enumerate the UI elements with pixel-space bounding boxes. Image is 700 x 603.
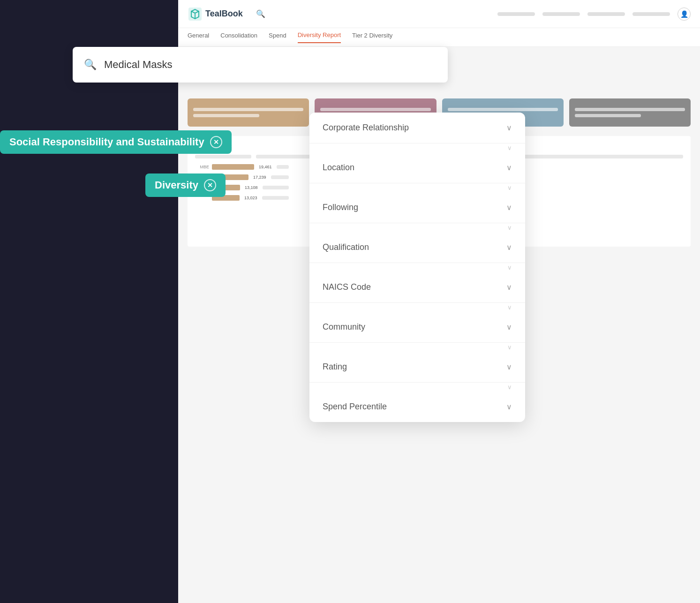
filter-label-corporate-relationship: Corporate Relationship	[323, 123, 409, 133]
chevron-down-icon: ∨	[507, 224, 512, 231]
user-avatar[interactable]: 👤	[677, 8, 691, 21]
filter-label-community: Community	[323, 322, 365, 332]
filter-item-spend-percentile[interactable]: Spend Percentile ∨	[309, 392, 525, 422]
filter-label-naics-code: NAICS Code	[323, 282, 371, 292]
chevron-down-icon: ∨	[507, 304, 512, 311]
tab-diversity-report[interactable]: Diversity Report	[298, 31, 341, 43]
filter-item-location[interactable]: Location ∨	[309, 152, 525, 183]
tag-diversity-remove-button[interactable]: ✕	[204, 179, 216, 191]
tag-social-label: Social Responsibility and Sustainability	[9, 136, 204, 148]
category-card-gray	[569, 98, 691, 127]
filter-label-rating: Rating	[323, 362, 347, 372]
search-icon-nav[interactable]: 🔍	[256, 9, 265, 18]
chevron-down-icon: ∨	[506, 402, 512, 411]
filter-panel: Corporate Relationship ∨ ∨ Location ∨ ∨ …	[309, 113, 525, 422]
tag-social-remove-button[interactable]: ✕	[210, 136, 222, 148]
chart-row-mbe: MBE 19,461	[195, 164, 289, 170]
divider-chevron-7: ∨	[309, 383, 525, 392]
filter-item-community[interactable]: Community ∨	[309, 312, 525, 343]
search-icon: 🔍	[84, 59, 97, 71]
tealbook-logo-icon	[188, 7, 203, 22]
chevron-down-icon: ∨	[506, 203, 512, 212]
logo: TealBook	[188, 7, 243, 22]
tab-tier2-diversity[interactable]: Tier 2 Diversity	[352, 32, 392, 43]
chevron-down-icon: ∨	[506, 243, 512, 252]
close-icon: ✕	[207, 181, 213, 189]
logo-text: TealBook	[205, 9, 243, 19]
search-input[interactable]: Medical Masks	[104, 59, 437, 71]
filter-item-corporate-relationship[interactable]: Corporate Relationship ∨	[309, 113, 525, 143]
tag-diversity-label: Diversity	[155, 179, 198, 191]
filter-label-following: Following	[323, 203, 358, 212]
filter-item-naics-code[interactable]: NAICS Code ∨	[309, 272, 525, 303]
chevron-down-icon: ∨	[507, 184, 512, 191]
category-card-tan	[188, 98, 309, 127]
chevron-down-icon: ∨	[507, 344, 512, 351]
chevron-down-icon: ∨	[507, 264, 512, 271]
tag-social-responsibility: Social Responsibility and Sustainability…	[0, 130, 232, 154]
divider-chevron-3: ∨	[309, 223, 525, 232]
search-bar: 🔍 Medical Masks	[73, 47, 448, 83]
chevron-down-icon: ∨	[507, 144, 512, 151]
nav-placeholder-bars: 👤	[497, 8, 691, 21]
tab-spend[interactable]: Spend	[269, 32, 286, 43]
tab-consolidation[interactable]: Consolidation	[220, 32, 257, 43]
divider-chevron-1: ∨	[309, 143, 525, 152]
chevron-down-icon: ∨	[507, 384, 512, 391]
close-icon: ✕	[213, 138, 219, 146]
chevron-down-icon: ∨	[506, 283, 512, 292]
app-subnav: General Consolidation Spend Diversity Re…	[178, 28, 700, 47]
divider-chevron-4: ∨	[309, 263, 525, 272]
divider-chevron-6: ∨	[309, 343, 525, 352]
filter-item-following[interactable]: Following ∨	[309, 192, 525, 223]
divider-chevron-2: ∨	[309, 183, 525, 192]
tag-diversity: Diversity ✕	[145, 173, 226, 197]
filter-label-qualification: Qualification	[323, 242, 369, 252]
chevron-down-icon: ∨	[506, 362, 512, 371]
filter-item-qualification[interactable]: Qualification ∨	[309, 232, 525, 263]
divider-chevron-5: ∨	[309, 303, 525, 312]
filter-item-rating[interactable]: Rating ∨	[309, 352, 525, 383]
chevron-down-icon: ∨	[506, 123, 512, 132]
chevron-down-icon: ∨	[506, 163, 512, 172]
filter-label-spend-percentile: Spend Percentile	[323, 402, 387, 412]
app-navbar: TealBook 🔍 👤	[178, 0, 700, 28]
chevron-down-icon: ∨	[506, 323, 512, 332]
tab-general[interactable]: General	[188, 32, 209, 43]
filter-label-location: Location	[323, 163, 354, 173]
